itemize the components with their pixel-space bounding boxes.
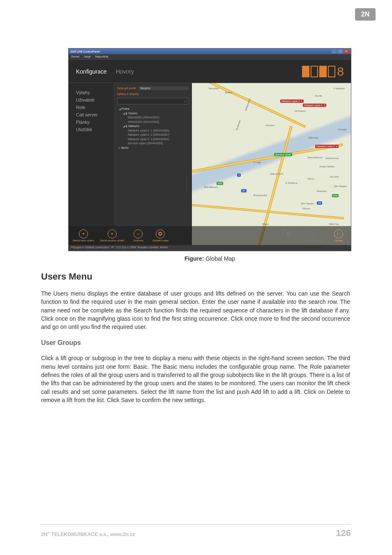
menu-help[interactable]: Nápověda <box>95 55 108 59</box>
tree-leaf[interactable]: Nákladní výtah č. 2 (569442007) <box>117 133 189 137</box>
tool-label: Založit skupinu výtahů <box>100 239 124 242</box>
map-pin[interactable]: Nákladní výtah č. 1 <box>280 99 304 103</box>
heading-user-groups: User Groups <box>41 339 350 347</box>
map-pin[interactable]: 20 <box>317 201 322 205</box>
bottom-toolbar: + Založit kartu výtahu + Založit skupinu… <box>69 226 351 245</box>
sidebar-item-callserver[interactable]: Call server <box>76 111 111 118</box>
lift8-app-window: 2N® Lift8 ControlPanel – ▢ ✕ Server Jazy… <box>68 48 351 251</box>
window-title: 2N® Lift8 ControlPanel <box>70 50 100 53</box>
lift-tree: Praha Osobní 569442001 (569442001) 56944… <box>117 107 189 150</box>
map-pin[interactable]: 648 <box>217 182 223 185</box>
tab-konfigurace[interactable]: Konfigurace <box>76 68 107 75</box>
logo-box-icon <box>328 66 335 77</box>
figure-caption: Figure: Global Map <box>68 255 351 262</box>
logout-button[interactable]: ← Odhlásit <box>330 229 347 242</box>
undo-icon: ↺ <box>309 229 318 238</box>
tree-node-praha[interactable]: Praha <box>117 107 189 111</box>
map-label: U Háje <box>254 161 261 164</box>
figure: 2N® Lift8 ControlPanel – ▢ ✕ Server Jazy… <box>68 48 351 262</box>
map-pin[interactable]: 648 <box>332 194 339 197</box>
map-label: Vltava <box>262 223 269 225</box>
map-label: Skalka <box>225 91 232 94</box>
maximize-button[interactable]: ▢ <box>337 49 343 53</box>
document-body: Users Menu The Users menu displays the e… <box>41 271 350 412</box>
add-lift-card-button[interactable]: + Založit kartu výtahu <box>73 229 94 242</box>
tree-leaf[interactable]: 569442001 (569442001) <box>117 116 189 120</box>
map-label: Brandějsova <box>204 186 218 188</box>
add-lift-group-button[interactable]: + Založit skupinu výtahů <box>100 229 124 242</box>
sidebar-item-role[interactable]: Role <box>76 104 111 111</box>
global-map[interactable]: Santoška Skalka V stárkách Novák Strakon… <box>192 83 351 247</box>
map-pin[interactable]: 4 <box>237 173 241 177</box>
brand-logo: 2N <box>355 8 376 21</box>
map-label: Jižní Spojka <box>334 185 347 187</box>
remove-button[interactable]: − Odstranit <box>130 229 146 242</box>
tool-label: Globální mapa <box>152 239 168 242</box>
globe-icon: ✪ <box>156 229 165 238</box>
tool-label: Odstranit <box>133 239 143 242</box>
map-label: Antala Staška <box>319 165 334 168</box>
map-pin[interactable]: Nákladní výtah č. 3 <box>315 145 339 148</box>
statusbar: Připojen k 'Default connection'. IP: "12… <box>69 245 351 251</box>
revert-button[interactable]: ↺ Vrátit všechny změny <box>301 229 325 242</box>
menubar: Server Jazyk Nápověda <box>69 54 351 60</box>
map-label: Vrbova <box>302 207 310 210</box>
paragraph: Click a lift group or subgroup in the tr… <box>41 354 350 404</box>
logo-text: 8 <box>337 65 344 79</box>
tree-node-nakladni[interactable]: Nákladní <box>117 124 189 129</box>
tree-node-osobni[interactable]: Osobní <box>117 111 189 116</box>
tool-label: Odhlásit <box>334 239 343 242</box>
tree-leaf[interactable]: Nákladní výtah č. 3 (569442004) <box>117 137 189 142</box>
save-icon: ▣ <box>283 229 292 238</box>
search-icon[interactable]: ⌕ <box>182 99 188 103</box>
map-label: Jižní Spojka <box>301 202 314 205</box>
map-label: Na Strži <box>330 176 339 178</box>
tree-node-berlin[interactable]: Berlin <box>117 146 189 150</box>
tree-leaf[interactable]: 569442002 (569442002) <box>117 120 189 125</box>
tree-panel: Seskupit podle: Skupiny Výtahy a skupiny… <box>114 83 192 247</box>
sidebar-item-vytahy[interactable]: Výtahy <box>76 89 111 96</box>
map-pin[interactable]: Nákladní výtah č. 2 <box>303 104 326 107</box>
tree-leaf[interactable]: Nákladní výtah č. 1 (569442006) <box>117 129 189 133</box>
sidebar-item-uloziste[interactable]: Uložiště <box>76 126 111 133</box>
minimize-button[interactable]: – <box>331 49 337 53</box>
menu-server[interactable]: Server <box>71 55 80 59</box>
map-pin[interactable]: 20 <box>241 189 247 192</box>
heading-users-menu: Users Menu <box>41 271 350 282</box>
tool-label: Založit kartu výtahu <box>73 239 94 242</box>
logo-box-icon <box>311 66 318 77</box>
footer-company-text: TELEKOMUNIKACE a.s., www.2n.cz <box>50 532 135 537</box>
map-label: Ohradní <box>338 128 347 131</box>
save-button[interactable]: ▣ Uložit <box>279 229 295 242</box>
close-button[interactable]: ✕ <box>344 49 349 53</box>
global-map-button[interactable]: ✪ Globální mapa <box>152 229 168 242</box>
plus-icon: + <box>79 229 88 238</box>
page-number: 126 <box>336 528 351 539</box>
menu-language[interactable]: Jazyk <box>84 55 91 59</box>
tab-hovory[interactable]: Hovory <box>116 68 134 75</box>
map-label: Branišovská <box>254 194 267 197</box>
group-by-select[interactable]: Skupiny <box>138 86 189 90</box>
map-road <box>193 83 306 128</box>
minus-icon: − <box>134 229 143 238</box>
map-label: Na Dolnici <box>295 110 306 112</box>
map-label: K Ryšánce <box>286 182 297 184</box>
tree-leaf[interactable]: Servisní výtah (569442005) <box>117 141 189 146</box>
page-footer: 2N® TELEKOMUNIKACE a.s., www.2n.cz 126 <box>41 524 351 539</box>
tool-label: Vrátit všechny změny <box>301 239 325 242</box>
window-buttons: – ▢ ✕ <box>331 49 349 53</box>
group-by-label: Seskupit podle: <box>117 87 137 90</box>
sidebar-item-uzivatele[interactable]: Uživatelé <box>76 96 111 104</box>
header: Konfigurace Hovory 8 <box>69 60 351 83</box>
map-label: Novák <box>315 95 322 97</box>
paragraph: The Users menu displays the entire datab… <box>41 289 350 331</box>
logo-box-icon <box>302 66 309 77</box>
footer-brand: 2N <box>41 532 47 537</box>
figure-caption-text: Global Map <box>204 255 235 262</box>
map-label: V stárkách <box>333 87 345 90</box>
map-pin[interactable]: Servisní výtah <box>274 153 292 156</box>
tree-section-title: Výtahy a skupiny <box>117 92 189 95</box>
sidebar-item-planky[interactable]: Plánky <box>76 118 111 126</box>
map-label: Velký háj <box>329 223 339 225</box>
search-input[interactable] <box>118 100 182 103</box>
